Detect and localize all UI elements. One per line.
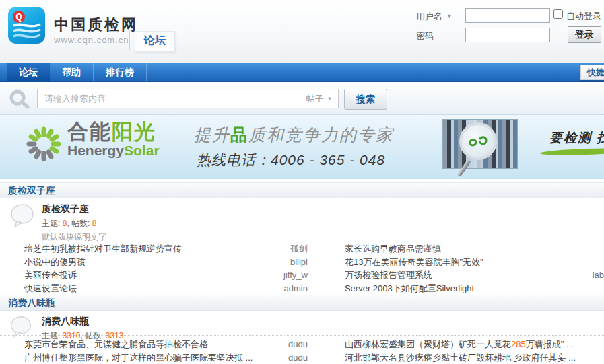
- thread-author-link[interactable]: [599, 351, 604, 364]
- thread-title-link[interactable]: 家长选购早教商品需谨慎: [345, 242, 441, 256]
- section-title[interactable]: 质检双子座: [0, 182, 604, 198]
- topics-count: 3310: [63, 331, 81, 340]
- password-input[interactable]: [465, 28, 550, 42]
- posts-count: 8: [92, 219, 97, 228]
- thread-row: 家长选购早教商品需谨慎: [345, 242, 604, 256]
- section-title[interactable]: 消费八味瓶: [0, 295, 604, 311]
- advertiser-brand: 合能阳光 HenergySolar: [67, 121, 160, 158]
- thread-title-link[interactable]: 小说中的傻男孩: [24, 256, 86, 269]
- thread-row: 培芝牛初乳被指针对卫生部新规逆势宣传 孤剑: [24, 242, 308, 256]
- magnifier-lens-icon: [459, 122, 497, 160]
- forum-badge[interactable]: 论坛: [135, 31, 175, 52]
- ad-hotline: 热线电话：4006 - 365 - 048: [197, 151, 385, 170]
- nav-tab-forum[interactable]: 论坛: [7, 63, 50, 81]
- search-button[interactable]: 搜索: [344, 89, 387, 110]
- thread-title-link[interactable]: 培芝牛初乳被指针对卫生部新规逆势宣传: [24, 242, 182, 256]
- speech-bubble-icon: [9, 315, 33, 339]
- thread-author-link[interactable]: [599, 242, 604, 256]
- thread-row: 万扬检验报告管理系统 lab: [345, 268, 604, 282]
- thread-title-link[interactable]: 花13万在美丽传奇美容院丰胸"无效": [345, 256, 483, 269]
- auto-login-label: 自动登录: [566, 10, 601, 22]
- username-dropdown-icon[interactable]: ▼: [446, 13, 452, 20]
- forum-stats: 主题: 8, 帖数: 8: [42, 218, 604, 229]
- header-divider: [129, 30, 130, 50]
- thread-author-link[interactable]: 孤剑: [285, 242, 308, 256]
- thread-author-link[interactable]: admin: [279, 282, 308, 295]
- thread-author-link[interactable]: bilipi: [285, 256, 308, 269]
- search-icon: [9, 89, 30, 110]
- speech-bubble-icon: [9, 203, 36, 229]
- solar-panel-image: [442, 119, 518, 169]
- auto-login-checkbox[interactable]: [553, 9, 563, 19]
- brand-cn-green: 阳光: [112, 120, 156, 143]
- thread-title-link[interactable]: 广州博仕整形黑医院，对于这样的黑心骗子医院要坚决抵 ...: [24, 351, 253, 364]
- ad-banner[interactable]: 合能阳光 HenergySolar 提升品质和竞争力的专家 热线电话：4006 …: [0, 115, 604, 179]
- slogan-deco-glyph: 品: [230, 125, 248, 144]
- username-label: 用户名: [416, 11, 442, 23]
- nav-tab-help[interactable]: 帮助: [50, 63, 94, 81]
- thread-title-link[interactable]: Server 2003下如何配置Silverlight: [345, 282, 474, 295]
- site-logo-icon[interactable]: Q: [8, 7, 45, 44]
- thread-row: 美丽传奇投诉 jiffy_w: [24, 268, 308, 282]
- thread-row: 广州博仕整形黑医院，对于这样的黑心骗子医院要坚决抵 ... dudu: [24, 351, 308, 364]
- search-scope-select[interactable]: 帖子 ▼: [300, 89, 339, 108]
- password-label: 密码: [416, 30, 434, 42]
- search-input[interactable]: [37, 89, 300, 108]
- thread-author-link[interactable]: lab: [587, 268, 604, 282]
- login-button[interactable]: 登录: [568, 26, 601, 43]
- thread-row: Server 2003下如何配置Silverlight: [345, 282, 604, 295]
- brand-en-green: Solar: [124, 143, 160, 158]
- magnifier-handle: [457, 159, 471, 177]
- search-scope-label: 帖子: [306, 93, 324, 105]
- site-url: www.cqn.com.cn: [54, 35, 129, 45]
- thread-author-link[interactable]: dudu: [283, 351, 308, 364]
- chevron-down-icon: ▼: [327, 96, 333, 102]
- forum-row: 消费八味瓶 主题: 3310, 帖数: 3313: [0, 311, 604, 336]
- thread-author-link[interactable]: [599, 256, 604, 269]
- thread-title-link[interactable]: 万扬检验报告管理系统: [345, 268, 432, 282]
- search-bar: 帖子 ▼ 搜索: [0, 82, 604, 115]
- ad-slogan: 提升品质和竞争力的专家: [194, 124, 394, 146]
- thread-title-link[interactable]: 美丽传奇投诉: [24, 268, 77, 282]
- forum-name-link[interactable]: 质检双子座: [42, 203, 604, 215]
- thread-title-link[interactable]: 快速设置论坛: [24, 282, 77, 295]
- thread-row: 小说中的傻男孩 bilipi: [24, 256, 308, 269]
- forum-section-xiaofei: 消费八味瓶 消费八味瓶 主题: 3310, 帖数: 3313 东莞市台荣食品、元…: [0, 295, 604, 364]
- thread-row: 花13万在美丽传奇美容院丰胸"无效": [345, 256, 604, 269]
- logo-waves-icon: [11, 22, 43, 42]
- username-input[interactable]: [465, 8, 550, 23]
- forum-stats: 主题: 3310, 帖数: 3313: [42, 330, 604, 342]
- sunburst-logo-icon: [24, 124, 63, 164]
- thread-author-link[interactable]: [599, 282, 604, 295]
- ad-note-underline: [540, 147, 604, 157]
- thread-row: 快速设置论坛 admin: [24, 282, 308, 295]
- main-nav: 论坛 帮助 排行榜 快捷: [0, 63, 604, 82]
- ad-note-text: 要检测 找: [549, 129, 604, 147]
- thread-row: 河北邯郸大名县沙疙瘩乡黏土砖厂毁坏耕地 乡政府任其妄 ...: [345, 351, 604, 364]
- brand-cn-gray: 合能: [67, 120, 112, 143]
- thread-title-link[interactable]: 河北邯郸大名县沙疙瘩乡黏土砖厂毁坏耕地 乡政府任其妄 ...: [345, 351, 576, 364]
- forum-description: 默认版块说明文字: [42, 231, 604, 243]
- site-name: 中国质检网: [54, 15, 138, 35]
- quick-nav-button[interactable]: 快捷: [580, 65, 604, 80]
- page-header: Q 中国质检网 www.cqn.com.cn 论坛 用户名 ▼ 自动登录 密码 …: [0, 0, 604, 63]
- thread-author-link[interactable]: jiffy_w: [278, 268, 308, 282]
- forum-row: 质检双子座 主题: 8, 帖数: 8 默认版块说明文字: [0, 198, 604, 240]
- brand-en-gray: Henergy: [67, 143, 124, 158]
- forum-name-link[interactable]: 消费八味瓶: [42, 316, 604, 328]
- nav-tab-ranking[interactable]: 排行榜: [94, 63, 147, 81]
- thread-list: 培芝牛初乳被指针对卫生部新规逆势宣传 孤剑 小说中的傻男孩 bilipi 美丽传…: [0, 240, 604, 295]
- forum-section-zhijian: 质检双子座 质检双子座 主题: 8, 帖数: 8 默认版块说明文字 培芝牛初乳被…: [0, 182, 604, 295]
- posts-count: 3313: [106, 331, 124, 340]
